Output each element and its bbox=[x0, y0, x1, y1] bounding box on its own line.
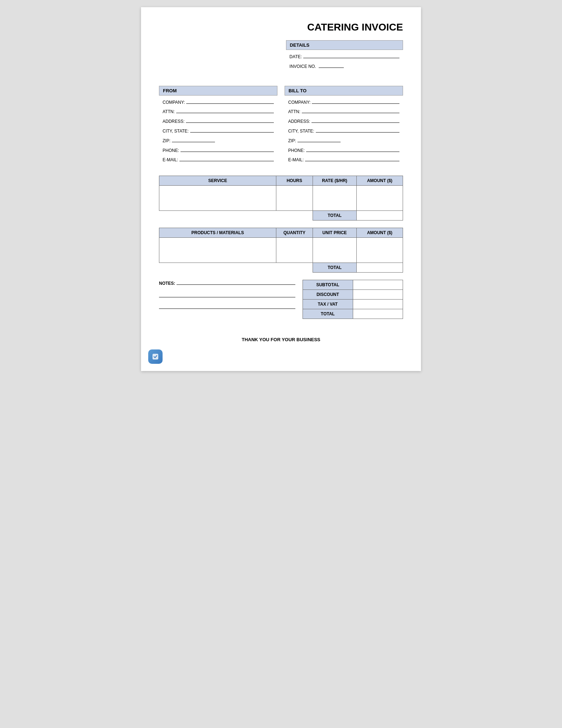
services-data-row bbox=[159, 186, 403, 211]
billto-address-label: ADDRESS: bbox=[288, 117, 310, 126]
svg-rect-0 bbox=[153, 354, 158, 360]
services-col2-header: HOURS bbox=[276, 176, 313, 186]
from-phone-underline[interactable] bbox=[181, 147, 274, 152]
invoice-no-field: INVOICE NO. bbox=[290, 62, 399, 71]
discount-label: DISCOUNT bbox=[303, 290, 353, 300]
subtotal-value[interactable] bbox=[353, 280, 403, 290]
from-zip-underline[interactable] bbox=[172, 137, 215, 142]
services-rate-cell[interactable] bbox=[313, 186, 356, 211]
billto-phone-label: PHONE: bbox=[288, 147, 305, 155]
products-col4-header: AMOUNT ($) bbox=[356, 228, 403, 238]
notes-line-2[interactable] bbox=[159, 292, 295, 297]
products-total-row: TOTAL bbox=[159, 263, 403, 273]
from-email-field: E-MAIL: bbox=[163, 156, 274, 164]
services-table: SERVICE HOURS RATE ($/HR) AMOUNT ($) TOT… bbox=[159, 176, 403, 221]
products-total-label: TOTAL bbox=[313, 263, 356, 273]
notes-label: NOTES: bbox=[159, 281, 175, 286]
services-total-label: TOTAL bbox=[313, 211, 356, 221]
from-section: FROM COMPANY: ATTN: ADDRESS: CITY, STATE… bbox=[159, 86, 277, 169]
billto-email-label: E-MAIL: bbox=[288, 156, 304, 164]
summary-table: SUBTOTAL DISCOUNT TAX / VAT TOTAL bbox=[303, 280, 403, 319]
tax-label: TAX / VAT bbox=[303, 300, 353, 309]
details-section: DETAILS DATE: INVOICE NO. bbox=[286, 40, 403, 75]
billto-section: BILL TO COMPANY: ATTN: ADDRESS: CITY, ST… bbox=[285, 86, 403, 169]
discount-value[interactable] bbox=[353, 290, 403, 300]
discount-row: DISCOUNT bbox=[303, 290, 403, 300]
products-total-value[interactable] bbox=[356, 263, 403, 273]
from-city-field: CITY, STATE: bbox=[163, 127, 274, 135]
details-header: DETAILS bbox=[286, 40, 403, 50]
billto-address-underline[interactable] bbox=[312, 118, 399, 123]
dock-icon-svg bbox=[151, 352, 160, 361]
invoice-title: CATERING INVOICE bbox=[159, 22, 403, 33]
billto-company-label: COMPANY: bbox=[288, 98, 310, 107]
billto-header: BILL TO bbox=[285, 86, 403, 96]
thank-you-text: THANK YOU FOR YOUR BUSINESS bbox=[159, 337, 403, 342]
services-hours-cell[interactable] bbox=[276, 186, 313, 211]
billto-city-underline[interactable] bbox=[316, 127, 399, 133]
from-header: FROM bbox=[159, 86, 277, 96]
billto-zip-underline[interactable] bbox=[298, 137, 341, 142]
services-amount-cell[interactable] bbox=[356, 186, 403, 211]
invoice-no-underline[interactable] bbox=[319, 63, 344, 68]
from-phone-field: PHONE: bbox=[163, 147, 274, 155]
notes-first-underline[interactable] bbox=[177, 280, 295, 285]
products-table: PRODUCTS / MATERIALS QUANTITY UNIT PRICE… bbox=[159, 228, 403, 273]
tax-value[interactable] bbox=[353, 300, 403, 309]
billto-content: COMPANY: ATTN: ADDRESS: CITY, STATE: ZIP… bbox=[285, 96, 403, 169]
products-qty-cell[interactable] bbox=[276, 238, 313, 263]
from-address-underline[interactable] bbox=[186, 118, 274, 123]
services-col4-header: AMOUNT ($) bbox=[356, 176, 403, 186]
total-row: TOTAL bbox=[303, 309, 403, 319]
invoice-no-label: INVOICE NO. bbox=[290, 62, 316, 71]
billto-attn-field: ATTN: bbox=[288, 108, 399, 116]
from-company-underline[interactable] bbox=[186, 99, 274, 104]
tax-row: TAX / VAT bbox=[303, 300, 403, 309]
products-data-row bbox=[159, 238, 403, 263]
from-city-underline[interactable] bbox=[190, 127, 274, 133]
products-col3-header: UNIT PRICE bbox=[313, 228, 356, 238]
products-col1-header: PRODUCTS / MATERIALS bbox=[159, 228, 276, 238]
from-content: COMPANY: ATTN: ADDRESS: CITY, STATE: ZIP… bbox=[159, 96, 277, 169]
details-content: DATE: INVOICE NO. bbox=[286, 50, 403, 75]
from-city-label: CITY, STATE: bbox=[163, 127, 189, 135]
billto-company-underline[interactable] bbox=[312, 99, 399, 104]
from-attn-underline[interactable] bbox=[176, 108, 274, 113]
services-col1-header: SERVICE bbox=[159, 176, 276, 186]
date-field: DATE: bbox=[290, 53, 399, 61]
subtotal-row: SUBTOTAL bbox=[303, 280, 403, 290]
from-address-label: ADDRESS: bbox=[163, 117, 184, 126]
billto-phone-underline[interactable] bbox=[306, 147, 399, 152]
notes-section: NOTES: bbox=[159, 280, 295, 319]
billto-email-field: E-MAIL: bbox=[288, 156, 399, 164]
services-total-row: TOTAL bbox=[159, 211, 403, 221]
dock-icon bbox=[148, 349, 163, 364]
date-label: DATE: bbox=[290, 53, 302, 61]
total-label: TOTAL bbox=[303, 309, 353, 319]
billto-phone-field: PHONE: bbox=[288, 147, 399, 155]
from-phone-label: PHONE: bbox=[163, 147, 179, 155]
from-zip-field: ZIP: bbox=[163, 137, 274, 145]
subtotal-label: SUBTOTAL bbox=[303, 280, 353, 290]
from-company-label: COMPANY: bbox=[163, 98, 185, 107]
billto-city-field: CITY, STATE: bbox=[288, 127, 399, 135]
total-value[interactable] bbox=[353, 309, 403, 319]
products-total-empty bbox=[159, 263, 313, 273]
bottom-section: NOTES: SUBTOTAL DISCOUNT TAX / VAT bbox=[159, 280, 403, 319]
services-service-cell[interactable] bbox=[159, 186, 276, 211]
billto-attn-underline[interactable] bbox=[302, 108, 399, 113]
services-col3-header: RATE ($/HR) bbox=[313, 176, 356, 186]
date-underline[interactable] bbox=[303, 53, 399, 58]
from-billto-section: FROM COMPANY: ATTN: ADDRESS: CITY, STATE… bbox=[159, 86, 403, 169]
products-product-cell[interactable] bbox=[159, 238, 276, 263]
services-total-value[interactable] bbox=[356, 211, 403, 221]
notes-first-line: NOTES: bbox=[159, 280, 295, 286]
from-email-underline[interactable] bbox=[179, 156, 274, 161]
billto-email-underline[interactable] bbox=[305, 156, 399, 161]
billto-city-label: CITY, STATE: bbox=[288, 127, 314, 135]
from-attn-field: ATTN: bbox=[163, 108, 274, 116]
from-attn-label: ATTN: bbox=[163, 108, 175, 116]
products-amount-cell[interactable] bbox=[356, 238, 403, 263]
notes-line-3[interactable] bbox=[159, 304, 295, 309]
products-unit-cell[interactable] bbox=[313, 238, 356, 263]
